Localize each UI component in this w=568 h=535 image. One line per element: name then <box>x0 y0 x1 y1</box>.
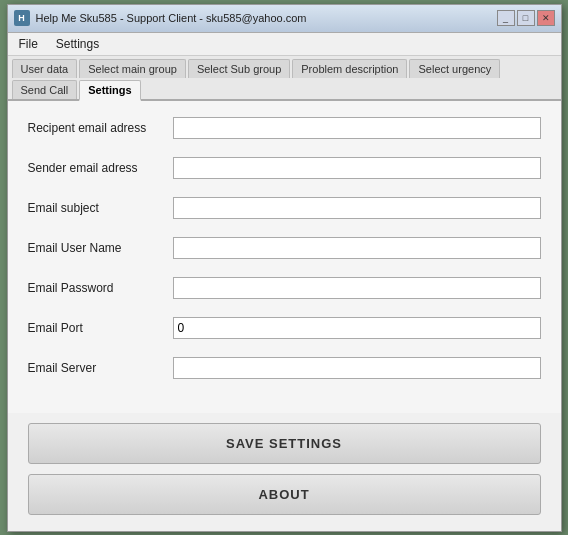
email-username-input[interactable] <box>173 237 541 259</box>
save-settings-button[interactable]: SAVE SETTINGS <box>28 423 541 464</box>
tab-sub-group[interactable]: Select Sub group <box>188 59 290 78</box>
email-server-input[interactable] <box>173 357 541 379</box>
sender-email-input[interactable] <box>173 157 541 179</box>
sender-email-label: Sender email adress <box>28 161 173 175</box>
window-title: Help Me Sku585 - Support Client - sku585… <box>36 12 307 24</box>
settings-content: Recipent email adress Sender email adres… <box>8 101 561 413</box>
tab-user-data[interactable]: User data <box>12 59 78 78</box>
recipient-email-label: Recipent email adress <box>28 121 173 135</box>
email-username-row: Email User Name <box>28 237 541 259</box>
email-subject-row: Email subject <box>28 197 541 219</box>
close-button[interactable]: ✕ <box>537 10 555 26</box>
title-bar: H Help Me Sku585 - Support Client - sku5… <box>8 5 561 33</box>
email-username-label: Email User Name <box>28 241 173 255</box>
title-bar-controls: _ □ ✕ <box>497 10 555 26</box>
recipient-email-row: Recipent email adress <box>28 117 541 139</box>
tab-problem-description[interactable]: Problem description <box>292 59 407 78</box>
email-password-label: Email Password <box>28 281 173 295</box>
main-window: H Help Me Sku585 - Support Client - sku5… <box>7 4 562 532</box>
email-port-input[interactable] <box>173 317 541 339</box>
email-server-row: Email Server <box>28 357 541 379</box>
tab-settings[interactable]: Settings <box>79 80 140 101</box>
maximize-button[interactable]: □ <box>517 10 535 26</box>
email-password-input[interactable] <box>173 277 541 299</box>
email-server-label: Email Server <box>28 361 173 375</box>
email-port-label: Email Port <box>28 321 173 335</box>
email-password-row: Email Password <box>28 277 541 299</box>
email-subject-input[interactable] <box>173 197 541 219</box>
menu-settings[interactable]: Settings <box>53 36 102 52</box>
title-bar-left: H Help Me Sku585 - Support Client - sku5… <box>14 10 307 26</box>
tab-main-group[interactable]: Select main group <box>79 59 186 78</box>
menu-bar: File Settings <box>8 33 561 56</box>
app-icon: H <box>14 10 30 26</box>
menu-file[interactable]: File <box>16 36 41 52</box>
email-port-row: Email Port <box>28 317 541 339</box>
buttons-area: SAVE SETTINGS ABOUT <box>8 413 561 531</box>
email-subject-label: Email subject <box>28 201 173 215</box>
tab-bar: User data Select main group Select Sub g… <box>8 56 561 101</box>
minimize-button[interactable]: _ <box>497 10 515 26</box>
tab-urgency[interactable]: Select urgency <box>409 59 500 78</box>
about-button[interactable]: ABOUT <box>28 474 541 515</box>
sender-email-row: Sender email adress <box>28 157 541 179</box>
tab-send-call[interactable]: Send Call <box>12 80 78 99</box>
recipient-email-input[interactable] <box>173 117 541 139</box>
